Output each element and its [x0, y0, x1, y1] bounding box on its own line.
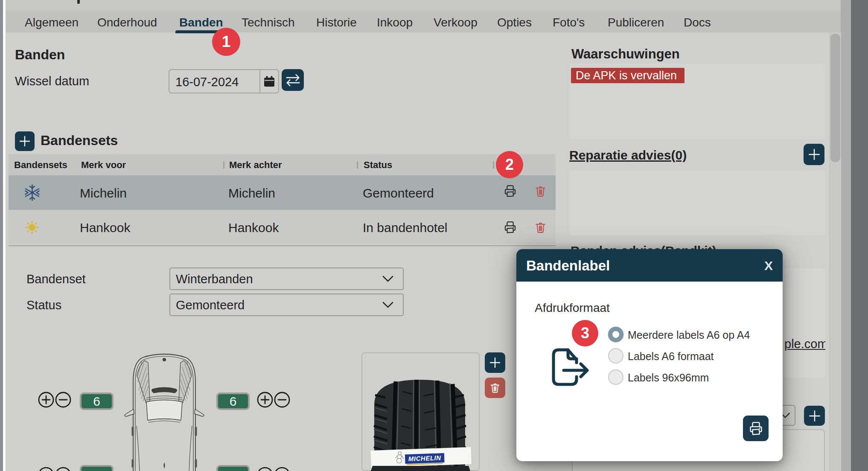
svg-text:MICHELIN: MICHELIN	[408, 454, 442, 462]
